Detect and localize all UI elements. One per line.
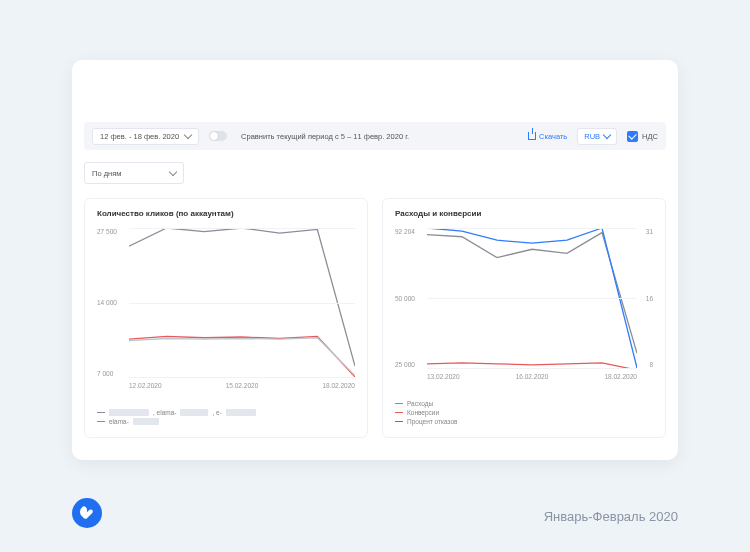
check-icon bbox=[627, 131, 638, 142]
chart-title: Количество кликов (по аккаунтам) bbox=[97, 209, 355, 218]
chart-title: Расходы и конверсии bbox=[395, 209, 653, 218]
chevron-down-icon bbox=[603, 130, 611, 138]
date-range-picker[interactable]: 12 фев. - 18 фев. 2020 bbox=[92, 128, 199, 145]
footer-caption: Январь-Февраль 2020 bbox=[544, 509, 678, 524]
toolbar: 12 фев. - 18 фев. 2020 Сравнить текущий … bbox=[84, 122, 666, 150]
download-icon bbox=[528, 132, 536, 140]
charts-row: Количество кликов (по аккаунтам) 27 500 … bbox=[84, 198, 666, 438]
currency-select[interactable]: RUB bbox=[577, 128, 617, 145]
chart-plot: 92 204 50 000 25 000 31 16 8 13.02.2020 bbox=[395, 228, 653, 398]
plot-area bbox=[427, 228, 637, 368]
compare-label: Сравнить текущий период с 5 – 11 февр. 2… bbox=[241, 132, 409, 141]
plot-area bbox=[129, 228, 355, 377]
compare-toggle[interactable] bbox=[209, 131, 227, 141]
brand-logo bbox=[72, 498, 102, 528]
chevron-down-icon bbox=[184, 130, 192, 138]
group-by-select[interactable]: По дням bbox=[84, 162, 184, 184]
dashboard-card: 12 фев. - 18 фев. 2020 Сравнить текущий … bbox=[72, 60, 678, 460]
chart-clicks: Количество кликов (по аккаунтам) 27 500 … bbox=[84, 198, 368, 438]
chart-costs: Расходы и конверсии 92 204 50 000 25 000… bbox=[382, 198, 666, 438]
chevron-down-icon bbox=[169, 167, 177, 175]
date-range-text: 12 фев. - 18 фев. 2020 bbox=[100, 132, 179, 141]
nds-checkbox[interactable]: НДС bbox=[627, 131, 658, 142]
chart-legend: , elama-, e- elama- bbox=[97, 409, 355, 427]
chart-plot: 27 500 14 000 7 000 12.02.2020 15.02.202… bbox=[97, 228, 355, 407]
chart-legend: Расходы Конверсии Процент отказов bbox=[395, 400, 653, 427]
download-button[interactable]: Скачать bbox=[528, 132, 567, 141]
